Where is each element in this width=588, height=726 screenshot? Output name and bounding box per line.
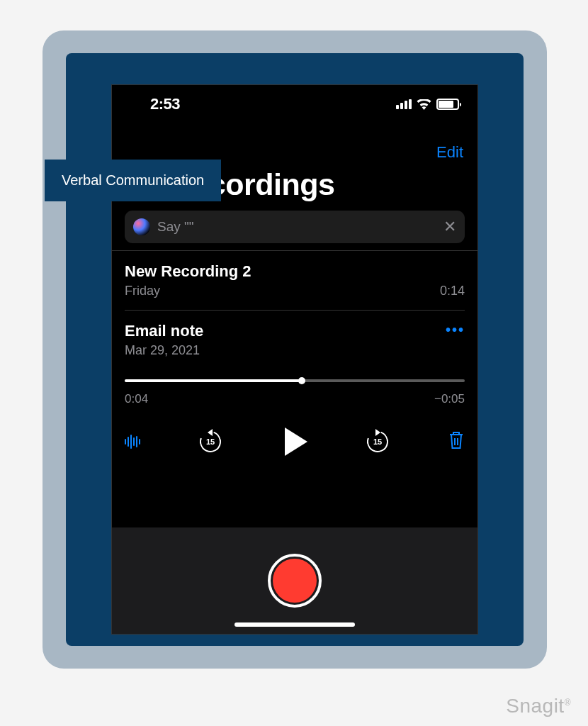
- play-button[interactable]: [281, 428, 307, 456]
- search-text: Say "": [157, 219, 436, 235]
- record-icon: [273, 559, 317, 603]
- wifi-icon: [417, 99, 431, 110]
- recording-date: Friday: [125, 284, 160, 298]
- siri-search-bar[interactable]: Say "" ✕: [125, 211, 465, 243]
- waveform-icon: [125, 435, 140, 449]
- arrow-forward-icon: [375, 429, 384, 436]
- annotation-label: Verbal Communication: [45, 160, 221, 201]
- close-icon[interactable]: ✕: [443, 218, 456, 236]
- watermark: Snagit®: [506, 695, 571, 717]
- battery-icon: [436, 99, 459, 110]
- delete-button[interactable]: [448, 430, 465, 453]
- recording-title: Email note: [125, 322, 203, 340]
- waveform-button[interactable]: [125, 435, 140, 449]
- recording-date: Mar 29, 2021: [125, 343, 203, 358]
- bottom-toolbar: [112, 527, 477, 634]
- time-elapsed: 0:04: [125, 392, 148, 406]
- status-icons: [396, 99, 459, 110]
- recording-item[interactable]: New Recording 2 Friday 0:14: [112, 251, 477, 310]
- recording-title: New Recording 2: [125, 262, 465, 281]
- siri-icon: [133, 218, 150, 235]
- status-bar: 2:53: [112, 85, 477, 122]
- trash-icon: [448, 430, 465, 450]
- recording-duration: 0:14: [440, 284, 465, 298]
- cellular-icon: [396, 99, 412, 109]
- playback-controls: 15 15: [112, 406, 477, 473]
- record-button[interactable]: [268, 554, 322, 608]
- outer-frame: Verbal Communication 2:53 Edit All Recor…: [43, 30, 547, 669]
- status-time: 2:53: [150, 95, 180, 113]
- blue-frame: Verbal Communication 2:53 Edit All Recor…: [66, 53, 524, 646]
- time-remaining: −0:05: [434, 392, 465, 406]
- recording-item-expanded: Email note Mar 29, 2021 ••• 0:04 −0:05: [112, 311, 477, 406]
- skip-back-button[interactable]: 15: [200, 431, 221, 452]
- edit-button[interactable]: Edit: [112, 122, 477, 162]
- arrow-back-icon: [204, 429, 213, 436]
- play-icon: [285, 428, 307, 456]
- more-icon[interactable]: •••: [446, 322, 465, 338]
- home-indicator[interactable]: [234, 622, 355, 627]
- playback-scrubber[interactable]: [125, 379, 465, 382]
- skip-forward-button[interactable]: 15: [367, 431, 388, 452]
